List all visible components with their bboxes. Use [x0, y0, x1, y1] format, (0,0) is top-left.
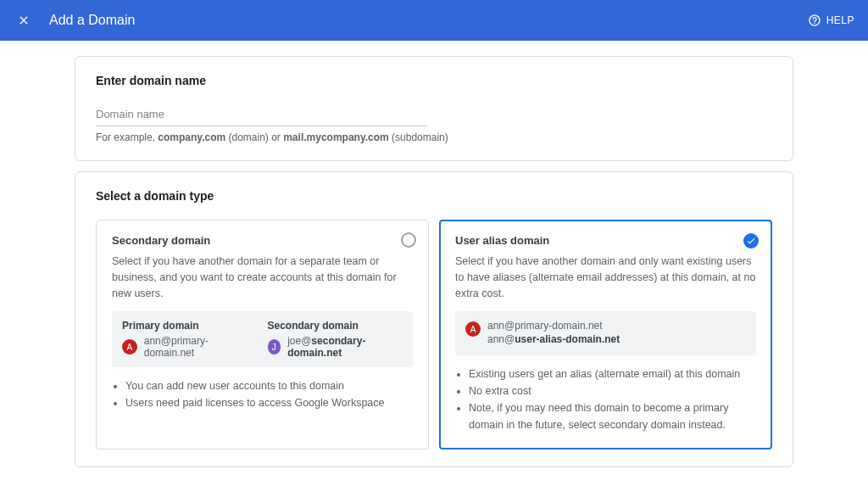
user-alias-domain-card[interactable]: User alias domain Select if you have ano…	[439, 220, 772, 449]
alias-email2: ann@user-alias-domain.net	[487, 333, 620, 345]
secondary-example: Primary domain A ann@primary-domain.net …	[112, 311, 413, 367]
user-alias-domain-radio[interactable]	[743, 233, 759, 248]
list-item: Existing users get an alias (alternate e…	[469, 366, 756, 382]
avatar: A	[122, 339, 137, 354]
avatar: J	[268, 339, 281, 354]
secondary-domain-title: Secondary domain	[112, 234, 413, 247]
domain-name-input[interactable]	[96, 104, 427, 126]
help-icon	[808, 14, 821, 27]
secondary-bullets: You can add new user accounts to this do…	[112, 377, 413, 411]
list-item: Note, if you may need this domain to bec…	[469, 399, 756, 433]
dialog-header: Add a Domain HELP	[0, 0, 868, 41]
help-button[interactable]: HELP	[808, 14, 854, 27]
primary-domain-label: Primary domain	[122, 320, 258, 332]
close-button[interactable]	[14, 10, 34, 31]
help-label: HELP	[826, 14, 854, 26]
secondary-domain-desc: Select if you have another domain for a …	[112, 254, 413, 301]
list-item: Users need paid licenses to access Googl…	[125, 394, 413, 411]
alias-email1: ann@primary-domain.net	[487, 320, 620, 332]
user-alias-desc: Select if you have another domain and on…	[455, 254, 756, 301]
avatar: A	[465, 321, 481, 337]
dialog-title: Add a Domain	[49, 13, 135, 28]
enter-domain-heading: Enter domain name	[96, 74, 772, 87]
alias-example: A ann@primary-domain.net ann@user-alias-…	[455, 311, 756, 355]
close-icon	[17, 14, 31, 27]
secondary-domain-radio[interactable]	[401, 232, 416, 248]
list-item: You can add new user accounts to this do…	[125, 377, 413, 394]
primary-email-example: ann@primary-domain.net	[144, 335, 258, 359]
secondary-email-example: joe@secondary-domain.net	[287, 335, 403, 359]
user-alias-title: User alias domain	[455, 234, 756, 247]
radio-checked-icon	[743, 233, 759, 248]
secondary-domain-label: Secondary domain	[268, 320, 403, 332]
secondary-domain-card[interactable]: Secondary domain Select if you have anot…	[96, 220, 429, 449]
domain-type-panel: Select a domain type Secondary domain Se…	[75, 171, 793, 467]
radio-unchecked-icon	[401, 232, 416, 248]
enter-domain-panel: Enter domain name For example, company.c…	[75, 56, 793, 161]
alias-bullets: Existing users get an alias (alternate e…	[455, 366, 756, 433]
domain-type-heading: Select a domain type	[96, 189, 772, 203]
list-item: No extra cost	[469, 382, 756, 399]
domain-name-hint: For example, company.com (domain) or mai…	[96, 131, 772, 143]
